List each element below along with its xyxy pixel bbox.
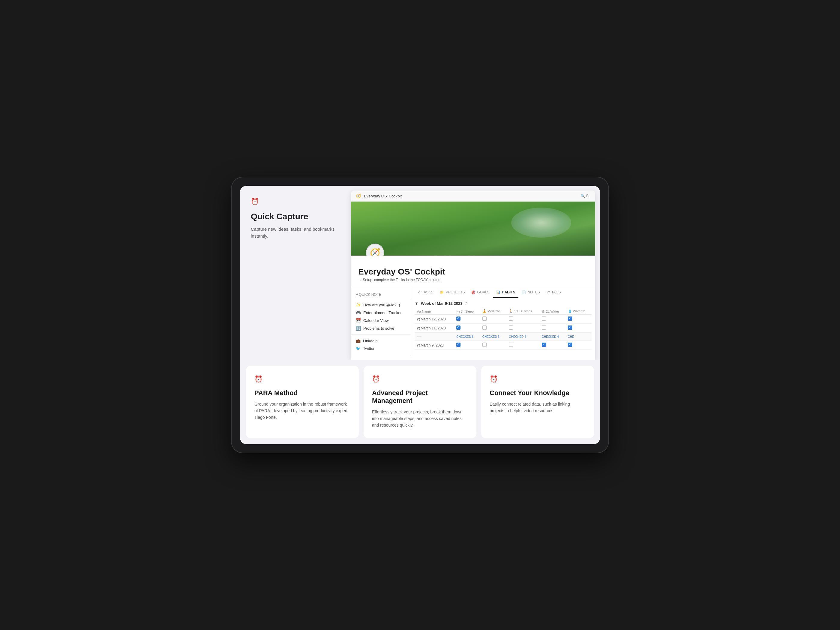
notion-page-title: Everyday OS' Cockpit bbox=[358, 267, 588, 276]
tab-projects-label: PROJECTS bbox=[445, 290, 465, 294]
sidebar-item-entertainment[interactable]: 🎮 Entertainment Tracker bbox=[351, 309, 411, 316]
tab-tags-label: TAGS bbox=[551, 290, 561, 294]
row-sleep[interactable] bbox=[454, 315, 480, 324]
table-row: @March 12, 2023 bbox=[415, 315, 592, 324]
browser-toolbar: 🧭 Everyday OS' Cockpit 🔍 Se bbox=[351, 191, 595, 202]
tab-notes-label: NOTES bbox=[528, 290, 540, 294]
row-waterth[interactable] bbox=[565, 315, 592, 324]
col-water2l: 🗑 2L Water bbox=[539, 308, 565, 315]
row-meditate[interactable] bbox=[480, 324, 507, 333]
quick-capture-card: ⏰ Quick Capture Capture new ideas, tasks… bbox=[240, 186, 351, 360]
row-water2l[interactable] bbox=[539, 341, 565, 350]
sleep-checkbox[interactable] bbox=[456, 316, 461, 321]
feature-card-knowledge: ⏰ Connect Your Knowledge Easily connect … bbox=[481, 366, 594, 438]
para-description: Ground your organization in the robust f… bbox=[254, 401, 351, 421]
twitter-emoji: 🐦 bbox=[356, 346, 361, 351]
habits-icon: 📊 bbox=[496, 291, 501, 294]
tab-tasks[interactable]: ✓ TASKS bbox=[415, 287, 436, 298]
waterth-checkbox[interactable] bbox=[568, 343, 572, 347]
hero-image: 🧭 bbox=[351, 202, 595, 256]
tab-notes[interactable]: 📄 NOTES bbox=[519, 287, 543, 298]
projects-title: Advanced Project Management bbox=[372, 389, 468, 405]
checked-meditate: CHECKED 3 bbox=[480, 333, 507, 341]
row-steps[interactable] bbox=[507, 315, 539, 324]
row-meditate[interactable] bbox=[480, 341, 507, 350]
row-date: @March 12, 2023 bbox=[415, 315, 454, 324]
sidebar-link-linkedin[interactable]: 💼 Linkedin bbox=[351, 337, 411, 345]
game-emoji: 🎮 bbox=[356, 310, 361, 315]
tasks-icon: ✓ bbox=[418, 291, 420, 294]
device-inner: ⏰ Quick Capture Capture new ideas, tasks… bbox=[240, 186, 600, 444]
notion-tabs: ✓ TASKS 📁 PROJECTS 🎯 GOALS 📊 bbox=[411, 287, 595, 298]
sidebar-item-label: Calendar View bbox=[363, 318, 388, 323]
browser-tab-title: Everyday OS' Cockpit bbox=[364, 194, 578, 198]
sidebar-link-twitter[interactable]: 🐦 Twitter bbox=[351, 345, 411, 352]
checked-sleep: CHECKED 6 bbox=[454, 333, 480, 341]
sleep-checkbox[interactable] bbox=[456, 343, 461, 347]
habit-section: ▼ Week of Mar 6-12 2023 7 Aa Name 🛏 8h S… bbox=[411, 298, 595, 350]
row-waterth[interactable] bbox=[565, 341, 592, 350]
sidebar-item-label: How are you @Jo? :) bbox=[363, 303, 400, 307]
meditate-checkbox[interactable] bbox=[482, 343, 486, 347]
projects-icon: 📁 bbox=[440, 291, 444, 294]
checked-waterth: CHE bbox=[565, 333, 592, 341]
sidebar-link-label: Linkedin bbox=[363, 339, 377, 343]
waterth-checkbox[interactable] bbox=[568, 316, 572, 321]
water2l-checkbox[interactable] bbox=[542, 325, 546, 330]
projects-description: Effortlessly track your projects, break … bbox=[372, 409, 468, 428]
checked-steps: CHECKED 4 bbox=[507, 333, 539, 341]
row-steps[interactable] bbox=[507, 324, 539, 333]
row-meditate[interactable] bbox=[480, 315, 507, 324]
quick-capture-title: Quick Capture bbox=[251, 212, 340, 222]
projects-clock-icon: ⏰ bbox=[372, 375, 468, 383]
week-count: 7 bbox=[465, 301, 467, 306]
meditate-checkbox[interactable] bbox=[482, 325, 486, 330]
para-clock-icon: ⏰ bbox=[254, 375, 351, 383]
table-row: @March 9, 2023 bbox=[415, 341, 592, 350]
quick-note-button[interactable]: + QUICK NOTE bbox=[351, 291, 411, 298]
col-name: Aa Name bbox=[415, 308, 454, 315]
row-water2l[interactable] bbox=[539, 315, 565, 324]
quick-capture-description: Capture new ideas, tasks, and bookmarks … bbox=[251, 226, 340, 239]
sidebar-item-calendar[interactable]: 📅 Calendar View bbox=[351, 316, 411, 324]
col-meditate: 🧘 Meditate bbox=[480, 308, 507, 315]
tags-icon: 🏷 bbox=[546, 291, 550, 294]
browser-favicon: 🧭 bbox=[356, 194, 361, 198]
steps-checkbox[interactable] bbox=[509, 325, 513, 330]
tab-tasks-label: TASKS bbox=[422, 290, 433, 294]
steps-checkbox[interactable] bbox=[509, 316, 513, 321]
knowledge-description: Easily connect related data, such as lin… bbox=[489, 401, 586, 414]
tab-habits-label: HABITS bbox=[502, 290, 515, 294]
row-sleep[interactable] bbox=[454, 324, 480, 333]
row-waterth[interactable] bbox=[565, 324, 592, 333]
sidebar-item-how-are-you[interactable]: ✨ How are you @Jo? :) bbox=[351, 301, 411, 309]
row-steps[interactable] bbox=[507, 341, 539, 350]
steps-checkbox[interactable] bbox=[509, 343, 513, 347]
water2l-checkbox[interactable] bbox=[542, 343, 546, 347]
meditate-checkbox[interactable] bbox=[482, 316, 486, 321]
feature-card-projects: ⏰ Advanced Project Management Effortless… bbox=[363, 366, 477, 438]
row-water2l[interactable] bbox=[539, 324, 565, 333]
tab-projects[interactable]: 📁 PROJECTS bbox=[437, 287, 468, 298]
sidebar-item-problems[interactable]: 🔢 Problems to solve bbox=[351, 324, 411, 332]
tab-goals[interactable]: 🎯 GOALS bbox=[468, 287, 492, 298]
col-waterth: 💧 Water th bbox=[565, 308, 592, 315]
tab-goals-label: GOALS bbox=[477, 290, 489, 294]
col-sleep: 🛏 8h Sleep bbox=[454, 308, 480, 315]
grid-emoji: 🔢 bbox=[356, 326, 361, 331]
sidebar-divider bbox=[351, 335, 411, 335]
sleep-checkbox[interactable] bbox=[456, 325, 461, 330]
tab-tags[interactable]: 🏷 TAGS bbox=[543, 287, 564, 298]
water2l-checkbox[interactable] bbox=[542, 316, 546, 321]
notion-sidebar: + QUICK NOTE ✨ How are you @Jo? :) 🎮 Ent… bbox=[351, 287, 411, 356]
waterth-checkbox[interactable] bbox=[568, 325, 572, 330]
notion-main: + QUICK NOTE ✨ How are you @Jo? :) 🎮 Ent… bbox=[351, 287, 595, 356]
notion-subtitle: Setup: complete the Tasks in the TODAY c… bbox=[358, 278, 588, 282]
tab-habits[interactable]: 📊 HABITS bbox=[493, 287, 518, 298]
browser-window: 🧭 Everyday OS' Cockpit 🔍 Se 🧭 Everyday O… bbox=[351, 191, 595, 360]
table-row: @March 11, 2023 bbox=[415, 324, 592, 333]
row-sleep[interactable] bbox=[454, 341, 480, 350]
sidebar-item-label: Entertainment Tracker bbox=[363, 311, 402, 315]
sidebar-link-label: Twitter bbox=[363, 346, 374, 351]
clock-icon: ⏰ bbox=[251, 198, 340, 205]
